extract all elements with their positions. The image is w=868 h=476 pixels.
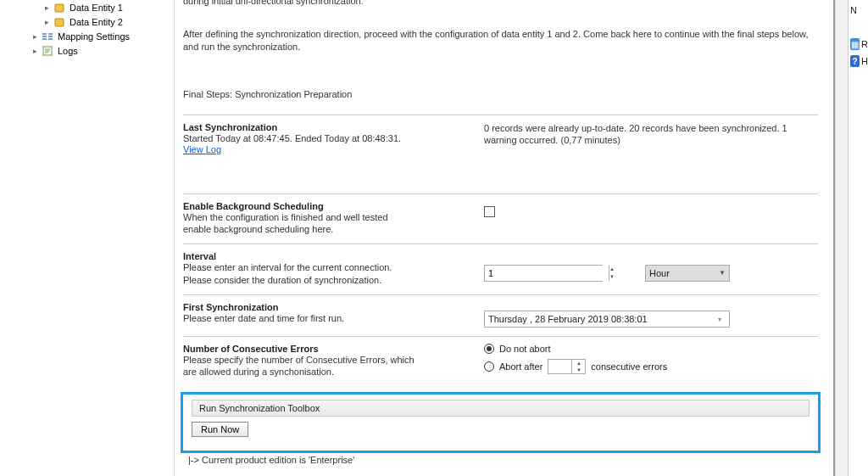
status-bar-edition: |-> Current product edition is 'Enterpri… bbox=[183, 453, 818, 467]
mapping-icon bbox=[41, 31, 54, 42]
summary-last-sync: 0 records were already up-to-date. 20 re… bbox=[484, 122, 818, 147]
datetime-first-sync-value: Thursday , 28 February 2019 08:38:01 bbox=[488, 314, 648, 324]
scrollbar-vertical[interactable] bbox=[835, 0, 848, 476]
desc-bg-scheduling-2: enable background scheduling here. bbox=[183, 223, 484, 235]
calendar-dropdown-icon[interactable]: ▾ bbox=[714, 313, 726, 325]
chevron-right-icon[interactable]: ▸ bbox=[41, 3, 53, 12]
row-first-sync: First Synchronization Please enter date … bbox=[183, 294, 818, 336]
main-panel: during initial uni-directional synchroni… bbox=[174, 0, 848, 476]
help-icon: ? bbox=[850, 55, 860, 67]
intro-partial: during initial uni-directional synchroni… bbox=[183, 0, 818, 8]
combo-interval-unit[interactable]: Hour ▼ bbox=[645, 265, 730, 282]
checkbox-bg-scheduling[interactable] bbox=[484, 206, 495, 217]
svg-rect-1 bbox=[55, 19, 64, 26]
desc-interval-2: Please consider the duration of synchron… bbox=[183, 274, 484, 286]
label-interval: Interval bbox=[183, 251, 484, 261]
window-icon: ▦ bbox=[850, 38, 860, 50]
input-abort-count[interactable] bbox=[548, 360, 571, 373]
combo-interval-unit-value: Hour bbox=[649, 268, 670, 278]
tree-item-mapping-settings[interactable]: ▸ Mapping Settings bbox=[3, 29, 170, 43]
datetime-first-sync[interactable]: Thursday , 28 February 2019 08:38:01 ▾ bbox=[484, 311, 730, 328]
desc-consec-2: are allowed during a synchonisation. bbox=[183, 366, 484, 378]
label-last-sync: Last Synchronization bbox=[183, 122, 484, 132]
spinner-interval-value[interactable]: ▲▼ bbox=[484, 265, 603, 282]
spin-up-icon[interactable]: ▲ bbox=[609, 266, 615, 273]
tree-item-data-entity-1[interactable]: ▸ Data Entity 1 bbox=[3, 0, 170, 14]
desc-interval-1: Please enter an interval for the current… bbox=[183, 261, 484, 273]
database-icon bbox=[53, 2, 66, 14]
radio-label-abort-after: Abort after bbox=[499, 361, 542, 372]
desc-consec-1: Please specify the number of Consecutive… bbox=[183, 354, 484, 366]
spin-down-icon[interactable]: ▼ bbox=[571, 367, 585, 373]
database-icon bbox=[53, 16, 66, 28]
group-header-run-toolbox: Run Synchronization Toolbox bbox=[192, 400, 810, 417]
side-item-r[interactable]: ▦R bbox=[850, 36, 868, 53]
row-last-sync: Last Synchronization Started Today at 08… bbox=[183, 115, 818, 163]
nav-tree: ▸ Data Entity 1 ▸ Data Entity 2 ▸ Mappin… bbox=[0, 0, 174, 476]
row-consecutive-errors: Number of Consecutive Errors Please spec… bbox=[183, 336, 818, 387]
right-side-panel: N ▦R ?H bbox=[848, 0, 868, 476]
tree-item-label: Data Entity 1 bbox=[70, 3, 123, 13]
spinner-abort-count[interactable]: ▲▼ bbox=[548, 359, 586, 374]
label-first-sync: First Synchronization bbox=[183, 302, 484, 312]
section-title-final-steps: Final Steps: Synchronization Preparation bbox=[183, 89, 818, 99]
tree-item-data-entity-2[interactable]: ▸ Data Entity 2 bbox=[3, 14, 170, 29]
tree-item-label: Logs bbox=[58, 46, 78, 56]
desc-last-sync: Started Today at 08:47:45. Ended Today a… bbox=[183, 132, 484, 144]
radio-do-not-abort[interactable] bbox=[484, 344, 494, 354]
side-item-h[interactable]: ?H bbox=[850, 53, 868, 70]
label-consecutive-errors: Number of Consecutive Errors bbox=[183, 344, 484, 354]
highlight-run-toolbox: Run Synchronization Toolbox Run Now bbox=[181, 392, 821, 453]
spin-down-icon[interactable]: ▼ bbox=[609, 273, 615, 281]
label-bg-scheduling: Enable Background Scheduling bbox=[183, 201, 484, 211]
run-now-button[interactable]: Run Now bbox=[192, 422, 248, 437]
chevron-down-icon: ▼ bbox=[719, 269, 726, 277]
chevron-right-icon[interactable]: ▸ bbox=[29, 32, 41, 41]
desc-first-sync: Please enter date and time for first run… bbox=[183, 312, 484, 324]
desc-bg-scheduling-1: When the configuration is finished and w… bbox=[183, 211, 484, 223]
input-interval-value[interactable] bbox=[485, 266, 609, 281]
logs-icon bbox=[41, 45, 54, 57]
spin-up-icon[interactable]: ▲ bbox=[571, 360, 585, 367]
tree-item-label: Mapping Settings bbox=[58, 31, 130, 42]
radio-label-do-not-abort: Do not abort bbox=[499, 344, 551, 354]
radio-label-abort-suffix: consecutive errors bbox=[591, 361, 667, 372]
row-bg-scheduling: Enable Background Scheduling When the co… bbox=[183, 193, 818, 244]
radio-abort-after[interactable] bbox=[484, 361, 494, 372]
row-interval: Interval Please enter an interval for th… bbox=[183, 244, 818, 294]
tree-item-logs[interactable]: ▸ Logs bbox=[3, 43, 170, 58]
side-item-n[interactable]: N bbox=[850, 2, 868, 19]
intro-after-define: After defining the synchronization direc… bbox=[183, 28, 818, 53]
tree-item-label: Data Entity 2 bbox=[70, 17, 123, 27]
svg-rect-0 bbox=[55, 4, 64, 12]
chevron-right-icon[interactable]: ▸ bbox=[29, 47, 41, 55]
link-view-log[interactable]: View Log bbox=[183, 144, 221, 154]
chevron-right-icon[interactable]: ▸ bbox=[41, 18, 53, 26]
